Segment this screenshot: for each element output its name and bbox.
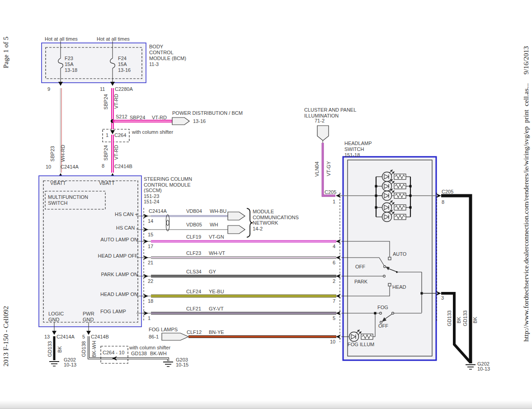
connector-c2414a-row1: C2414A [149, 208, 167, 214]
hls-fog-illum-label: FOG ILLUM [348, 342, 374, 348]
connector-c2414a: C2414A [61, 164, 79, 170]
cluster-connector-icon [317, 126, 329, 141]
url-footer-label: http://www.fordtechservice.dealerconnect… [523, 4, 530, 384]
gnd-pin-5: 5 [82, 334, 85, 340]
power-distribution-title: POWER DISTRIBUTION / BCM [172, 110, 243, 116]
cluster-title: CLUSTER AND PANEL ILLUMINATION [304, 107, 356, 118]
pin-21: 21 [148, 260, 153, 266]
color-vt-gy: VT-GY [326, 160, 332, 178]
connector-c264: C264 [114, 132, 126, 138]
c205-pin-3: 3 [441, 295, 444, 301]
park-contact-icon [383, 275, 386, 277]
fog-illum-resistor-icon [361, 334, 373, 339]
signal-auto-lamp-on: AUTO LAMP ON [88, 237, 138, 243]
module-comm-connector-2-icon [228, 226, 245, 234]
circuit-gd138: GD138 [81, 340, 87, 358]
pin-14: 14 [148, 218, 153, 224]
signal-fog-lamp: FOG LAMP [100, 309, 126, 315]
ground-g203-label: G203 10-15 [176, 357, 188, 367]
pin-18: 18 [148, 298, 153, 304]
color-bk-left: BK [57, 345, 63, 354]
bcm-title: BODY CONTROL MODULE (BCM) 11-3 [149, 44, 186, 67]
fog-lamps-connector-icon [162, 333, 188, 340]
fog-lamps-ref: 86-1 [149, 334, 159, 340]
pin-15: 15 [148, 232, 153, 238]
pin-1-fog: 1 [148, 315, 151, 321]
circuit-clf12: CLF12 [187, 329, 202, 335]
multifunction-switch-label: MULTIFUNCTION SWITCH [48, 194, 88, 206]
power-distribution-connector-icon [172, 118, 189, 125]
hot-at-all-times-left: Hot at all times [45, 36, 78, 42]
power-distribution-ref: 13-16 [193, 118, 206, 124]
gnd-conn-c2414a: C2414A [56, 334, 75, 340]
hls-auto-label: AUTO [393, 251, 406, 257]
color-wh-bu: WH-BU [210, 208, 226, 214]
circuit-sbp24-top: SBP24 [103, 93, 109, 111]
hls-off-label: OFF [355, 264, 365, 270]
column-shifter-note-top: with column shifter [132, 129, 173, 135]
color-vt-gn: VT-GN [209, 234, 224, 240]
color-vt-rd-top: VT-RD [113, 92, 119, 110]
gnd-pin-13: 13 [44, 334, 50, 340]
color-bn-ye: BN-YE [209, 329, 224, 335]
headlamp-switch-title: HEADLAMP SWITCH 151-18 [344, 141, 372, 158]
c205-pin-8: 8 [442, 199, 444, 205]
color-wh-vt: WH-VT [209, 250, 225, 256]
window-bottom-edge [0, 400, 532, 409]
bcm-pin-9: 9 [47, 86, 50, 92]
signal-hs-can-plus: HS CAN + [88, 212, 138, 217]
cluster-ref: 71-2 [315, 118, 325, 124]
signal-park-lamp-on: PARK LAMP ON [88, 272, 138, 277]
signal-head-lamp-off: HEAD LAMP OFF [88, 253, 138, 259]
resistor-icon [394, 205, 406, 210]
color-bk-wh-h: BK-WH [150, 351, 167, 357]
connector-c205-left: C205 [325, 189, 336, 195]
hls-pin-2: 2 [333, 278, 335, 284]
fog-lamps-title: FOG LAMPS [149, 327, 178, 333]
circuit-gd133-r2: GD133 [462, 309, 468, 327]
column-shifter-note-bottom: with column shifter [129, 345, 170, 351]
module-comm-title: MODULE COMMUNICATIONS NETWORK 14-2 [253, 209, 299, 231]
fog-contact-icon [380, 312, 382, 315]
off-contact-icon [384, 266, 386, 268]
resistor-icon [394, 183, 406, 189]
sccm-vbatt-right: VBATT [99, 180, 115, 186]
fuse-f24-label: F24 15A 13-16 [118, 56, 131, 73]
sccm-vbatt-left: VBATT [50, 180, 66, 186]
hls-head-label: HEAD [392, 284, 406, 290]
wire-clf23-wh-vt [151, 257, 336, 259]
circuit-sbp23: SBP23 [50, 145, 56, 163]
hls-pin-10: 10 [330, 339, 335, 345]
circuit-gd133-left: GD133 [47, 340, 53, 358]
hot-at-all-times-right: Hot at all times [97, 36, 130, 42]
document-label: 2013 F-150 - Cell092 [2, 300, 9, 372]
c264-pin-1: 1 [106, 132, 108, 138]
sccm-pwr-gnd: PWR GND [83, 311, 94, 322]
connector-c2414b: C2414B [114, 164, 132, 169]
circuit-vln04: VLN04 [314, 160, 320, 178]
circuit-gd133-r1: GD133 [447, 309, 452, 327]
color-gy: GY [209, 269, 216, 275]
connector-c205-right: C205 [442, 189, 453, 195]
wire-vdb04-wh-bu [151, 216, 228, 217]
ground-symbol-g202-right-icon [466, 365, 476, 369]
splice-s212-label: S212 [116, 114, 127, 120]
signal-hs-can-minus: HS CAN - [88, 225, 138, 231]
brace-icon [247, 208, 253, 237]
circuit-vdb04: VDB04 [186, 208, 202, 214]
twisted-pair-icon [166, 215, 169, 231]
hls-pin-7: 7 [333, 298, 335, 304]
color-bk-wh: BK-WH [91, 339, 97, 359]
color-wh: WH [210, 222, 218, 228]
circuit-vdb05: VDB05 [186, 222, 202, 228]
head-contact-icon [388, 283, 391, 286]
pin-10: 10 [46, 164, 51, 170]
hls-park-label: PARK [354, 279, 367, 285]
resistor-icon [394, 174, 406, 179]
c205-pin-1: 1 [333, 199, 335, 205]
auto-contact-icon [388, 257, 391, 260]
color-bk-r1: BK [456, 315, 462, 324]
color-ye-bu: YE-BU [209, 289, 224, 295]
right-ground-wires [436, 193, 476, 369]
circuit-clf24: CLF24 [186, 289, 201, 295]
